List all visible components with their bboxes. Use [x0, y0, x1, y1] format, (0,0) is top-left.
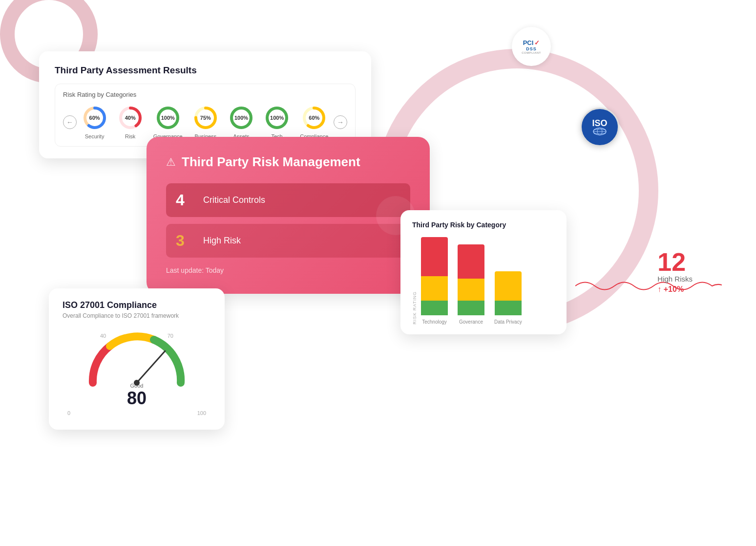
stacked-bar	[458, 244, 484, 315]
category-label: Risk	[125, 133, 135, 139]
chart-area: RISK RATING Technology Goverance Data Pr…	[412, 237, 555, 325]
donut-ring: 100%	[229, 105, 254, 131]
pci-compliant-text: COMPLIANT	[522, 51, 541, 54]
iso-card-title: ISO 27001 Compliance	[63, 300, 211, 310]
nav-arrow-left[interactable]: ←	[63, 115, 77, 129]
donut-ring: 60%	[301, 105, 327, 131]
donut-center: 75%	[200, 115, 211, 121]
pci-badge: PCI ✓ DSS COMPLIANT	[512, 27, 551, 66]
category-item: 75% Business	[193, 105, 218, 139]
stacked-bar	[495, 271, 522, 315]
risk-categories: ← 60% Security 40% Risk	[63, 105, 347, 139]
critical-controls-label: Critical Controls	[203, 195, 265, 205]
pci-text: PCI	[523, 40, 534, 46]
donut-center: 60%	[89, 115, 100, 121]
stacked-bar	[421, 237, 448, 315]
last-update: Last update: Today	[166, 266, 410, 274]
squiggly-line	[575, 276, 722, 296]
assessment-card-title: Third Party Assessment Results	[55, 65, 356, 76]
risk-mgmt-title: Third Party Risk Management	[182, 154, 360, 170]
donut-center: 100%	[161, 115, 175, 121]
bar-segment-red	[421, 237, 448, 276]
donut-ring: 40%	[118, 105, 143, 131]
high-risk-item: 3 High Risk	[166, 224, 410, 258]
donut-ring: 60%	[82, 105, 107, 131]
gauge-label-100: 100	[197, 410, 206, 416]
donut-center: 40%	[125, 115, 136, 121]
donut-center: 100%	[234, 115, 248, 121]
donut-center: 60%	[309, 115, 319, 121]
bar-segment-green	[495, 301, 522, 315]
nav-arrow-right[interactable]: →	[334, 115, 347, 129]
iso-card-subtitle: Overall Compliance to ISO 27001 framewor…	[63, 312, 211, 319]
gauge-label-70: 70	[168, 333, 173, 339]
category-item: 40% Risk	[118, 105, 143, 139]
bars-container: Technology Goverance Data Privacy	[421, 237, 555, 325]
gauge-container: 40 70	[78, 329, 195, 393]
bar-x-label: Data Privacy	[494, 319, 522, 325]
donut-center: 100%	[270, 115, 284, 121]
svg-line-19	[137, 351, 165, 383]
category-item: 60% Compliance	[300, 105, 328, 139]
bar-x-label: Goverance	[459, 319, 483, 325]
categories-list: 60% Security 40% Risk 100% Governance	[81, 105, 330, 139]
bar-group: Goverance	[458, 244, 484, 325]
risk-mgmt-card: ⚠ Third Party Risk Management 4 Critical…	[147, 137, 430, 294]
bar-group: Technology	[421, 237, 448, 325]
high-risks-change: ↑ +10%	[657, 285, 693, 294]
high-risks-number: 12	[657, 249, 693, 275]
donut-ring: 100%	[155, 105, 181, 131]
risk-mgmt-header: ⚠ Third Party Risk Management	[166, 154, 410, 170]
bar-segment-green	[458, 301, 484, 315]
gauge-label-40: 40	[100, 333, 106, 339]
category-item: 100% Assets	[229, 105, 254, 139]
svg-point-20	[134, 380, 140, 386]
high-risk-label: High Risk	[203, 236, 241, 246]
gauge-labels: 0 100	[63, 410, 211, 416]
bar-segment-yellow	[421, 276, 448, 301]
bar-segment-yellow	[458, 279, 484, 301]
iso-badge: ISO	[580, 108, 619, 147]
risk-mgmt-icon: ⚠	[166, 156, 176, 169]
pci-checkmark: ✓	[534, 39, 540, 46]
gauge-svg	[78, 329, 195, 393]
bar-group: Data Privacy	[494, 271, 522, 325]
donut-ring: 75%	[193, 105, 218, 131]
bar-segment-yellow	[495, 271, 522, 301]
chart-y-label: RISK RATING	[412, 291, 417, 325]
donut-ring: 100%	[264, 105, 290, 131]
category-label: Security	[85, 133, 105, 139]
critical-controls-number: 4	[176, 191, 193, 209]
high-risks-label: High Risks	[657, 275, 693, 283]
high-risks-stat: 12 High Risks ↑ +10%	[657, 249, 693, 294]
pci-dss-text: DSS	[526, 46, 537, 51]
bar-segment-green	[421, 301, 448, 315]
bar-segment-red	[458, 244, 484, 279]
category-chart-card: Third Party Risk by Category RISK RATING…	[400, 210, 567, 334]
iso-text: ISO	[592, 119, 607, 128]
category-item: 100% Tech	[264, 105, 290, 139]
high-risk-number: 3	[176, 232, 193, 250]
risk-rating-title: Risk Rating by Categories	[63, 91, 347, 98]
iso-card: ISO 27001 Compliance Overall Compliance …	[49, 288, 225, 430]
category-chart-title: Third Party Risk by Category	[412, 221, 555, 229]
category-item: 60% Security	[82, 105, 107, 139]
iso-globe-icon	[593, 128, 607, 135]
critical-controls-item: 4 Critical Controls	[166, 183, 410, 217]
category-item: 100% Governance	[153, 105, 183, 139]
gauge-label-0: 0	[67, 410, 70, 416]
bar-x-label: Technology	[422, 319, 447, 325]
